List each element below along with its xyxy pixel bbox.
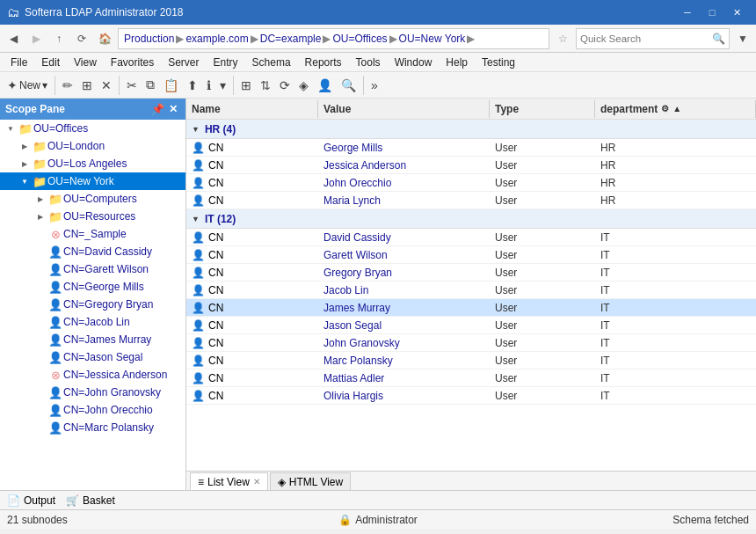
content-scroll[interactable]: ▼ HR (4) 👤CN George Mills User HR 👤CN Je… [186, 120, 756, 471]
breadcrumb-dc-example[interactable]: DC=example [260, 33, 322, 45]
cell-value-james-murray[interactable]: James Murray [318, 302, 490, 314]
schema-button[interactable]: ◈ [295, 75, 312, 96]
table-row[interactable]: 👤CN George Mills User HR [186, 139, 756, 157]
menu-favorites[interactable]: Favorites [104, 55, 161, 70]
table-row[interactable]: 👤CN David Cassidy User IT [186, 229, 756, 246]
menu-edit[interactable]: Edit [34, 55, 67, 70]
col-header-name[interactable]: Name [186, 100, 318, 118]
tab-html-view[interactable]: ◈ HTML View [270, 472, 351, 490]
col-header-type[interactable]: Type [490, 100, 595, 118]
properties-button[interactable]: ⊞ [78, 75, 96, 96]
cell-value-mattias-adler[interactable]: Mattias Adler [318, 372, 490, 384]
menu-entry[interactable]: Entry [207, 55, 245, 70]
cell-value-garett-wilson[interactable]: Garett Wilson [318, 249, 490, 261]
tree-item-ou-new-york[interactable]: ▼ 📁 OU=New York [0, 172, 185, 190]
group-header-it[interactable]: ▼ IT (12) [186, 209, 756, 229]
col-header-value[interactable]: Value [318, 100, 490, 118]
basket-panel-item[interactable]: 🛒 Basket [66, 494, 115, 507]
table-row-james-murray[interactable]: 👤CN James Murray User IT [186, 299, 756, 317]
menu-window[interactable]: Window [388, 55, 440, 70]
tree-item-cn-marc-polansky[interactable]: 👤 CN=Marc Polansky [0, 419, 185, 436]
favorites-button[interactable]: ☆ [553, 29, 572, 48]
filter-button[interactable]: ⊞ [237, 75, 255, 96]
table-row[interactable]: 👤CN John Orecchio User HR [186, 174, 756, 192]
tree-item-cn-john-orecchio[interactable]: 👤 CN=John Orecchio [0, 401, 185, 419]
up-button[interactable]: ↑ [49, 29, 69, 48]
forward-button[interactable]: ▶ [26, 29, 46, 48]
table-row[interactable]: 👤CN John Granovsky User IT [186, 334, 756, 352]
tree-item-cn-john-granovsky[interactable]: 👤 CN=John Granovsky [0, 384, 185, 401]
maximize-button[interactable]: □ [700, 0, 724, 25]
menu-testing[interactable]: Testing [475, 55, 522, 70]
cell-value-george-mills[interactable]: George Mills [318, 142, 490, 154]
info-button[interactable]: ℹ [203, 75, 214, 96]
user-icon-button[interactable]: 👤 [314, 75, 336, 96]
tree-item-cn-david-cassidy[interactable]: 👤 CN=David Cassidy [0, 243, 185, 260]
copy-button[interactable]: ⧉ [142, 75, 158, 96]
table-row[interactable]: 👤CN Olivia Hargis User IT [186, 387, 756, 405]
table-row[interactable]: 👤CN Gregory Bryan User IT [186, 264, 756, 282]
more-button[interactable]: » [367, 75, 382, 96]
tree-item-ou-computers[interactable]: ▶ 📁 OU=Computers [0, 190, 185, 208]
menu-help[interactable]: Help [439, 55, 475, 70]
table-row[interactable]: 👤CN Jason Segal User IT [186, 317, 756, 334]
close-button[interactable]: ✕ [724, 0, 749, 25]
tree-item-cn-sample[interactable]: ⊗ CN=_Sample [0, 225, 185, 243]
tree-item-ou-los-angeles[interactable]: ▶ 📁 OU=Los Angeles [0, 155, 185, 172]
search-adv-button[interactable]: 🔍 [338, 75, 360, 96]
tree-root-ou-offices[interactable]: ▼ 📁 OU=Offices [0, 120, 185, 137]
paste-button[interactable]: 📋 [160, 75, 182, 96]
breadcrumb-production[interactable]: Production [124, 33, 174, 45]
cell-value-jessica-anderson[interactable]: Jessica Anderson [318, 159, 490, 172]
tree-item-cn-jason-segal[interactable]: 👤 CN=Jason Segal [0, 348, 185, 366]
group-header-hr[interactable]: ▼ HR (4) [186, 120, 756, 139]
export-button[interactable]: ⬆ [184, 75, 201, 96]
minimize-button[interactable]: ─ [675, 0, 700, 25]
quick-search-box[interactable]: 🔍 [576, 28, 730, 49]
menu-schema[interactable]: Schema [245, 55, 298, 70]
menu-view[interactable]: View [67, 55, 104, 70]
pane-pin-button[interactable]: 📌 [150, 103, 164, 115]
back-button[interactable]: ◀ [4, 29, 23, 48]
sort-button[interactable]: ⇅ [257, 75, 274, 96]
search-options-button[interactable]: ▼ [733, 29, 752, 48]
quick-search-input[interactable] [580, 33, 712, 44]
col-header-dept[interactable]: department ⚙ ▲ [595, 100, 756, 118]
home-button[interactable]: 🏠 [95, 29, 114, 48]
pane-close-button[interactable]: ✕ [166, 103, 180, 115]
col-dept-settings-icon[interactable]: ⚙ [661, 104, 669, 113]
cut-button[interactable]: ✂ [123, 75, 141, 96]
tree-item-ou-resources[interactable]: ▶ 📁 OU=Resources [0, 208, 185, 225]
table-row[interactable]: 👤CN Jessica Anderson User HR [186, 157, 756, 174]
tab-list-view[interactable]: ≡ List View ✕ [190, 472, 268, 490]
cell-value-john-granovsky[interactable]: John Granovsky [318, 337, 490, 349]
cell-value-john-orecchio[interactable]: John Orecchio [318, 177, 490, 189]
cell-value-olivia-hargis[interactable]: Olivia Hargis [318, 390, 490, 402]
table-row[interactable]: 👤CN Maria Lynch User HR [186, 192, 756, 209]
table-row[interactable]: 👤CN Garett Wilson User IT [186, 246, 756, 264]
menu-reports[interactable]: Reports [298, 55, 349, 70]
cell-value-marc-polansky[interactable]: Marc Polansky [318, 355, 490, 367]
breadcrumb-ou-new-york[interactable]: OU=New York [399, 33, 466, 45]
menu-file[interactable]: File [4, 55, 34, 70]
cell-value-jacob-lin[interactable]: Jacob Lin [318, 284, 490, 296]
tree-item-cn-jessica-anderson[interactable]: ⊗ CN=Jessica Anderson [0, 366, 185, 384]
table-row[interactable]: 👤CN Marc Polansky User IT [186, 352, 756, 369]
col-dept-sort-icon[interactable]: ▲ [672, 104, 681, 113]
tree-item-ou-london[interactable]: ▶ 📁 OU=London [0, 137, 185, 155]
search-icon[interactable]: 🔍 [712, 33, 725, 45]
cell-value-gregory-bryan[interactable]: Gregory Bryan [318, 267, 490, 279]
cell-value-maria-lynch[interactable]: Maria Lynch [318, 194, 490, 207]
new-button[interactable]: ✦ New ▾ [4, 75, 51, 96]
edit-button[interactable]: ✏ [59, 75, 76, 96]
tree-item-cn-jacob-lin[interactable]: 👤 CN=Jacob Lin [0, 313, 185, 331]
delete-button[interactable]: ✕ [98, 75, 115, 96]
tree-item-cn-garett-wilson[interactable]: 👤 CN=Garett Wilson [0, 260, 185, 278]
tree-item-cn-gregory-bryan[interactable]: 👤 CN=Gregory Bryan [0, 296, 185, 313]
tree-item-cn-george-mills[interactable]: 👤 CN=George Mills [0, 278, 185, 296]
refresh-button[interactable]: ⟳ [72, 29, 91, 48]
new-dropdown-arrow[interactable]: ▾ [42, 79, 47, 91]
table-row[interactable]: 👤CN Jacob Lin User IT [186, 282, 756, 299]
cell-value-david-cassidy[interactable]: David Cassidy [318, 231, 490, 244]
refresh-btn[interactable]: ⟳ [276, 75, 294, 96]
